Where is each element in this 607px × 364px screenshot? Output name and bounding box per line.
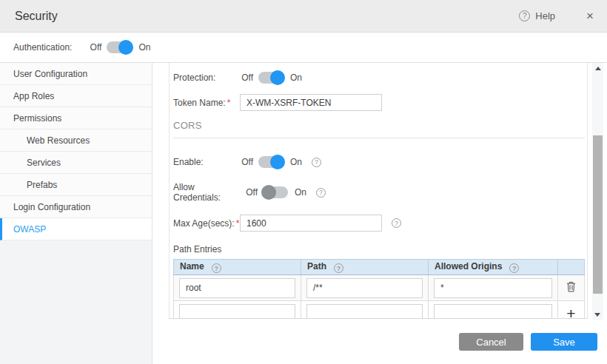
sidebar-item-login-configuration[interactable]: Login Configuration: [0, 196, 152, 218]
authentication-label: Authentication:: [13, 42, 72, 53]
token-name-row: Token Name:*: [173, 94, 587, 111]
scroll-down-icon[interactable]: [594, 313, 600, 317]
enable-label: Enable:: [173, 157, 240, 167]
cors-section-heading: CORS: [173, 120, 587, 131]
token-name-input[interactable]: [240, 94, 382, 111]
path-help-icon: ?: [334, 263, 343, 273]
dialog-title: Security: [15, 10, 58, 23]
vertical-scrollbar[interactable]: [592, 63, 603, 320]
settings-form: Protection: Off On Token Name:* CORS Ena…: [169, 63, 588, 319]
max-age-help-icon: ?: [392, 218, 401, 228]
allow-credentials-row: Allow Credentials: Off On ?: [173, 182, 587, 203]
add-row-button[interactable]: +: [558, 301, 585, 320]
path-entry-origins-input[interactable]: [434, 278, 552, 298]
protection-label: Protection:: [173, 73, 240, 83]
table-header-row: Name? Path? Allowed Origins?: [174, 260, 585, 275]
allow-credentials-label: Allow Credentials:: [173, 182, 244, 203]
allow-credentials-toggle[interactable]: [263, 186, 288, 198]
protection-row: Protection: Off On: [173, 72, 587, 84]
protection-toggle[interactable]: [258, 72, 284, 84]
enable-row: Enable: Off On ?: [173, 156, 587, 168]
table-row: [174, 275, 585, 301]
save-button[interactable]: Save: [531, 333, 597, 351]
toggle-knob: [270, 155, 285, 169]
path-entry-origins-input[interactable]: [434, 304, 552, 320]
dialog-footer: Cancel Save: [153, 320, 607, 364]
sidebar: User Configuration App Roles Permissions…: [0, 63, 152, 364]
path-entries-table: Name? Path? Allowed Origins?: [173, 259, 585, 319]
toggle-knob: [270, 70, 285, 85]
dialog-titlebar: Security ? Help ×: [0, 0, 607, 33]
help-icon[interactable]: ?: [519, 10, 530, 21]
toggle-knob: [118, 40, 133, 55]
column-header-path: Path?: [301, 260, 429, 275]
sidebar-item-user-configuration[interactable]: User Configuration: [0, 63, 152, 85]
sidebar-item-services[interactable]: Services: [0, 152, 152, 174]
required-mark: *: [227, 98, 231, 108]
authentication-off-label: Off: [88, 42, 101, 53]
enable-help-icon: ?: [312, 158, 321, 167]
plus-icon: +: [566, 305, 575, 319]
allowed-origins-help-icon: ?: [509, 263, 519, 273]
scroll-up-icon[interactable]: [595, 67, 601, 70]
cancel-button[interactable]: Cancel: [459, 333, 523, 351]
protection-off-label: Off: [240, 73, 253, 83]
close-icon[interactable]: ×: [586, 10, 594, 22]
enable-off-label: Off: [240, 157, 253, 167]
allow-credentials-help-icon: ?: [316, 188, 326, 198]
required-mark: *: [236, 218, 240, 229]
path-entry-name-input[interactable]: [179, 304, 295, 320]
authentication-bar: Authentication: Off On: [0, 33, 607, 63]
sidebar-item-owasp[interactable]: OWASP: [0, 218, 152, 240]
sidebar-item-web-resources[interactable]: Web Resources: [0, 129, 152, 152]
enable-toggle[interactable]: [258, 156, 284, 168]
path-entry-path-input[interactable]: [306, 304, 423, 320]
allow-credentials-off-label: Off: [244, 187, 258, 198]
authentication-toggle[interactable]: [107, 41, 132, 53]
cors-divider: [173, 138, 585, 138]
path-entry-name-input[interactable]: [179, 278, 295, 298]
table-row: +: [174, 301, 585, 320]
max-age-label: Max Age(secs):*: [173, 218, 240, 229]
protection-on-label: On: [290, 73, 302, 83]
owasp-settings-panel: Protection: Off On Token Name:* CORS Ena…: [153, 63, 607, 320]
column-header-allowed-origins: Allowed Origins?: [429, 260, 558, 275]
token-name-label: Token Name:*: [173, 98, 240, 108]
allow-credentials-on-label: On: [295, 187, 306, 198]
delete-row-button[interactable]: [558, 275, 585, 301]
column-header-name: Name?: [174, 260, 301, 275]
trash-icon: [566, 281, 576, 292]
max-age-row: Max Age(secs):* ?: [173, 215, 587, 232]
enable-on-label: On: [290, 157, 302, 167]
sidebar-item-prefabs[interactable]: Prefabs: [0, 174, 152, 196]
path-entry-path-input[interactable]: [306, 278, 423, 298]
toggle-knob: [261, 185, 276, 200]
authentication-on-label: On: [138, 42, 150, 53]
sidebar-item-permissions[interactable]: Permissions: [0, 107, 152, 129]
help-link[interactable]: Help: [535, 10, 555, 21]
path-entries-label: Path Entries: [173, 244, 587, 255]
name-help-icon: ?: [212, 263, 221, 273]
max-age-input[interactable]: [240, 215, 382, 232]
sidebar-item-app-roles[interactable]: App Roles: [0, 85, 152, 107]
column-header-actions: [558, 260, 585, 275]
scrollbar-thumb[interactable]: [593, 135, 603, 294]
